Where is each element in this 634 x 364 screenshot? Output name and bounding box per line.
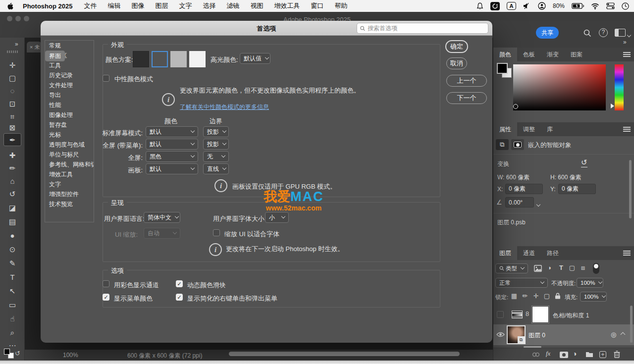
blur-tool-icon[interactable]: ● [0,230,25,242]
standard-screen-color-select[interactable]: 默认 [146,126,198,137]
smart-filters-icon[interactable]: ◎ [611,331,616,338]
simplified-menus-checkbox[interactable]: ✓ [176,294,183,301]
user-account-icon[interactable] [538,2,546,10]
crop-tool-icon[interactable]: ⌗ [0,111,25,123]
filter-adjustment-icon[interactable]: ◑ [545,264,554,271]
menu-type[interactable]: 文字 [173,1,197,10]
type-tool-icon[interactable]: T [0,271,25,283]
menu-layer[interactable]: 图层 [150,1,173,10]
theme-swatch-light[interactable] [170,51,187,67]
fullscreen-color-select[interactable]: 黑色 [146,151,198,162]
filter-smart-object-icon[interactable]: ⧈ [579,264,587,272]
sidebar-item-history[interactable]: 历史记录 [45,70,94,80]
y-input[interactable]: 0 像素 [558,184,596,194]
foreground-color-swatch[interactable] [497,63,508,74]
layer-filter-select[interactable]: 类型 [495,263,528,273]
theme-swatch-lightest[interactable] [189,51,206,67]
fill-select[interactable]: 100% [580,292,607,302]
artboard-border-select[interactable]: 直线 [203,163,229,174]
input-source-icon[interactable]: A [507,2,516,10]
menu-view[interactable]: 视图 [245,1,268,10]
clock-icon[interactable] [622,2,629,10]
new-adjustment-layer-icon[interactable]: ◑ [573,350,577,358]
hue-slider-handle[interactable] [611,104,614,108]
add-mask-icon[interactable] [560,352,568,358]
menu-help[interactable]: 帮助 [329,1,353,10]
visibility-toggle-empty[interactable] [497,311,504,318]
screen-record-icon[interactable] [490,2,500,10]
opacity-select[interactable]: 100% [577,278,603,288]
filter-image-icon[interactable] [534,265,542,272]
neutral-color-mode-checkbox[interactable] [103,75,109,82]
smart-object-badge-button[interactable]: ⧉ [496,139,509,150]
lock-pixels-icon[interactable]: ✏ [521,292,529,300]
channels-in-color-checkbox[interactable] [103,280,109,287]
color-picker-cursor[interactable] [513,104,518,109]
menu-edit[interactable]: 编辑 [102,1,126,10]
link-layers-icon[interactable] [532,352,540,357]
sidebar-item-transparency-gamut[interactable]: 透明度与色域 [45,140,94,150]
stamp-tool-icon[interactable]: ⌂ [0,175,25,187]
menu-window[interactable]: 窗口 [305,1,329,10]
dynamic-sliders-checkbox[interactable]: ✓ [176,280,183,287]
layer-style-fx-icon[interactable]: fx [546,350,550,358]
layer-thumbnail[interactable]: ⧉ [507,325,526,344]
object-selection-tool-icon[interactable]: ⊡ [0,98,25,110]
switch-colors-icon[interactable]: ↺ [15,350,20,357]
angle-select-chevron[interactable] [537,199,540,208]
panel-menu-icon[interactable] [623,127,631,132]
tab-adjustments[interactable]: 调整 [517,122,541,136]
menu-plugins[interactable]: 增效工具 [268,1,305,10]
props-scrollbar[interactable] [629,160,632,218]
layer-mask-thumbnail[interactable] [532,306,549,323]
sidebar-item-general[interactable]: 常规 [45,41,94,51]
sidebar-item-scratch-disks[interactable]: 暂存盘 [45,120,94,130]
shape-tool-icon[interactable]: ▭ [0,299,25,311]
cancel-button[interactable]: 取消 [446,57,467,69]
new-layer-icon[interactable]: + [599,351,606,358]
panel-menu-icon[interactable] [623,52,631,57]
marquee-tool-icon[interactable]: ▢ [0,72,25,84]
dodge-tool-icon[interactable]: ⊙ [0,244,25,256]
tab-patterns[interactable]: 图案 [565,48,588,61]
sidebar-item-technology-previews[interactable]: 技术预览 [45,199,94,209]
next-button[interactable]: 下一个 [446,92,487,104]
frame-tool-icon[interactable]: ⊠ [0,122,25,134]
layer-name[interactable]: 图层 0 [528,331,545,340]
sidebar-item-guides-grid-slices[interactable]: 参考线、网格和切片 [45,159,94,169]
artboard-color-select[interactable]: 默认 [146,163,198,174]
horizontal-scrollbar[interactable] [229,352,460,356]
visibility-eye-icon[interactable] [496,332,505,337]
collapse-panels-icon[interactable]: » [623,39,627,46]
scale-ui-checkbox[interactable] [213,229,220,236]
blend-mode-select[interactable]: 正常 [495,278,548,288]
sidebar-item-tools[interactable]: 工具 [45,60,94,70]
sidebar-item-performance[interactable]: 性能 [45,100,94,110]
wifi-icon[interactable] [591,3,599,9]
lock-artboard-icon[interactable]: ▢ [543,292,551,300]
search-input[interactable] [368,25,485,32]
angle-input[interactable]: 0.00° [505,197,534,208]
zoom-level[interactable]: 100% [63,352,78,359]
fullscreen-menu-border-select[interactable]: 投影 [203,139,229,150]
highlight-color-select[interactable]: 默认值 [240,53,270,64]
panel-menu-icon[interactable] [623,251,631,256]
brush-tool-icon[interactable]: ✏ [0,162,25,174]
collapse-effects-chevron[interactable] [621,332,626,337]
fullscreen-menu-color-select[interactable]: 默认 [146,139,198,150]
toolbar-grip[interactable] [7,51,18,53]
tab-color[interactable]: 颜色 [493,48,517,61]
sidebar-item-plugins[interactable]: 增效工具 [45,169,94,179]
ui-font-size-select[interactable]: 小 [265,212,289,223]
tab-swatches[interactable]: 色板 [517,48,541,61]
eyedropper-tool-icon[interactable]: ✒ [0,134,25,146]
sidebar-item-image-processing[interactable]: 图像处理 [45,110,94,120]
neutral-learn-more-link[interactable]: 了解有关中性颜色模式的更多信息 [180,103,269,111]
move-tool-icon[interactable]: ✛ [0,59,25,71]
menu-colors-checkbox[interactable]: ✓ [103,294,109,301]
layers-scrollbar[interactable] [630,306,633,343]
notification-bell-icon[interactable] [476,2,483,10]
mute-icon[interactable] [523,2,531,9]
delete-layer-icon[interactable] [614,351,620,358]
sidebar-item-units-rulers[interactable]: 单位与标尺 [45,150,94,159]
